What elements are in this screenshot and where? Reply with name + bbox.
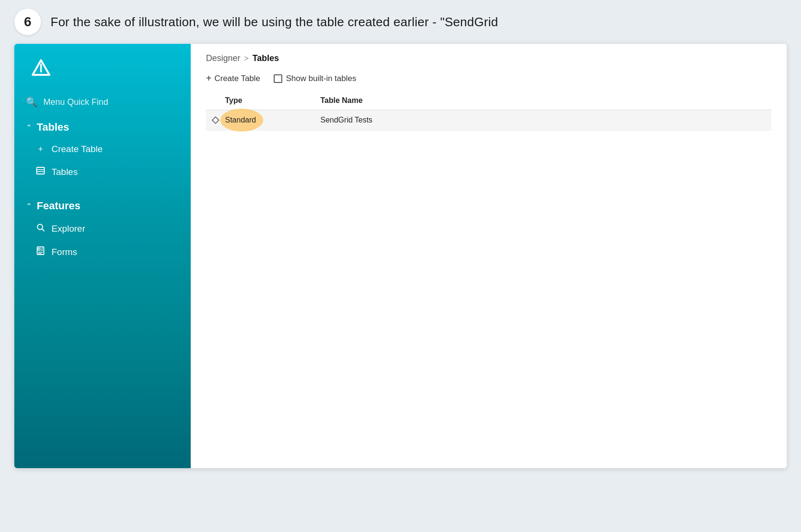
show-builtin-tables[interactable]: Show built-in tables: [274, 74, 356, 83]
forms-icon: [35, 246, 46, 258]
show-builtin-checkbox[interactable]: [274, 74, 282, 83]
create-table-label: Create Table: [51, 144, 103, 154]
type-value: Standard: [225, 116, 256, 124]
plus-icon: +: [35, 144, 46, 154]
explorer-icon: [35, 223, 46, 235]
svg-line-6: [42, 229, 44, 231]
explorer-label: Explorer: [51, 224, 85, 234]
table-header: Type Table Name: [206, 92, 771, 110]
search-label: Menu Quick Find: [43, 97, 108, 107]
features-section-label: Features: [37, 200, 81, 212]
sidebar-item-tables[interactable]: Tables: [14, 160, 191, 184]
step-number: 6: [24, 14, 31, 30]
tables-section-label: Tables: [37, 121, 69, 133]
col-header-icon: [206, 96, 225, 105]
sidebar-item-forms[interactable]: Forms: [14, 240, 191, 264]
breadcrumb-current: Tables: [252, 53, 279, 63]
sidebar-features-section[interactable]: ⌃ Features: [14, 195, 191, 217]
sidebar-divider: [14, 184, 191, 195]
breadcrumb-separator: >: [244, 54, 248, 63]
col-header-type: Type: [225, 96, 320, 105]
create-table-btn-label: Create Table: [215, 74, 260, 83]
breadcrumb-parent[interactable]: Designer: [206, 53, 240, 63]
chevron-up-icon: ⌃: [26, 123, 32, 132]
step-badge: 6: [14, 9, 41, 35]
sidebar-search[interactable]: 🔍 Menu Quick Find: [14, 92, 191, 116]
instruction-text: For the sake of illustration, we will be…: [51, 15, 498, 30]
app-logo-icon: [29, 57, 53, 82]
svg-marker-13: [212, 117, 219, 123]
tables-icon: [35, 166, 46, 178]
svg-rect-8: [38, 248, 40, 250]
table-row[interactable]: Standard SendGrid Tests: [206, 110, 771, 131]
sidebar: 🔍 Menu Quick Find ⌃ Tables + Create Tabl…: [14, 44, 191, 468]
forms-label: Forms: [51, 247, 77, 257]
tables-item-label: Tables: [51, 167, 78, 177]
show-builtin-label: Show built-in tables: [286, 74, 356, 83]
chevron-up-icon-features: ⌃: [26, 202, 32, 211]
table-name-cell: SendGrid Tests: [320, 116, 771, 124]
plus-icon: +: [206, 73, 212, 84]
search-icon: 🔍: [26, 96, 38, 108]
breadcrumb: Designer > Tables: [191, 44, 787, 69]
content-panel: Designer > Tables + Create Table Show bu…: [191, 44, 787, 468]
instruction-bar: 6 For the sake of illustration, we will …: [0, 0, 801, 44]
col-header-name: Table Name: [320, 96, 771, 105]
svg-rect-2: [37, 167, 44, 174]
sidebar-item-create-table[interactable]: + Create Table: [14, 138, 191, 160]
toolbar: + Create Table Show built-in tables: [191, 69, 787, 92]
main-area: 🔍 Menu Quick Find ⌃ Tables + Create Tabl…: [14, 44, 787, 468]
table-area: Type Table Name Standard SendGrid Tests: [191, 92, 787, 468]
type-cell: Standard: [225, 116, 320, 124]
svg-point-5: [38, 225, 43, 230]
sidebar-logo: [14, 44, 191, 92]
sidebar-tables-section[interactable]: ⌃ Tables: [14, 116, 191, 138]
sidebar-item-explorer[interactable]: Explorer: [14, 217, 191, 240]
create-table-button[interactable]: + Create Table: [206, 73, 260, 84]
